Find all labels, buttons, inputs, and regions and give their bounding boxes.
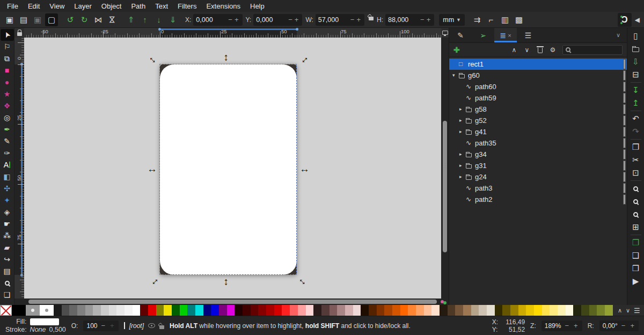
- lower-to-bottom-button[interactable]: ⇓: [166, 13, 179, 26]
- highlight-color-strip[interactable]: [623, 127, 626, 137]
- connector-tool[interactable]: ↪: [1, 253, 14, 265]
- star-tool[interactable]: ★: [1, 88, 14, 100]
- highlight-color-strip[interactable]: [623, 161, 626, 171]
- add-layer-button[interactable]: ✚: [453, 46, 460, 54]
- palette-swatch-46[interactable]: [416, 305, 424, 316]
- palette-swatch-41[interactable]: [377, 305, 385, 316]
- highlight-color-strip[interactable]: [623, 138, 626, 148]
- menu-extensions[interactable]: Extensions: [201, 1, 245, 11]
- palette-swatch-63[interactable]: [550, 305, 558, 316]
- y-minus[interactable]: −: [287, 16, 294, 23]
- object-row-rect1[interactable]: □rect1: [449, 59, 627, 70]
- rotation-minus[interactable]: −: [620, 322, 627, 329]
- palette-swatch-26[interactable]: [258, 305, 266, 316]
- palette-swatch-65[interactable]: [566, 305, 574, 316]
- zoom-plus[interactable]: +: [573, 322, 579, 329]
- pen-tool[interactable]: ✒: [1, 123, 14, 135]
- palette-swatch-34[interactable]: [321, 305, 330, 316]
- palette-swatch-55[interactable]: [487, 305, 495, 316]
- rotation-spinbox[interactable]: 0,00° − +: [599, 321, 639, 331]
- move-up-button[interactable]: ∧: [508, 46, 521, 54]
- highlight-color-strip[interactable]: [623, 149, 626, 159]
- zoom-spinbox[interactable]: 189% − +: [541, 321, 582, 331]
- eraser-tool[interactable]: ▰: [1, 242, 14, 253]
- move-patterns-with-object-button[interactable]: ▩: [513, 13, 525, 26]
- create-clone-button[interactable]: ❑: [629, 249, 643, 262]
- tab-transform[interactable]: ➢: [472, 28, 494, 42]
- palette-swatch-66[interactable]: [573, 305, 581, 316]
- expand-icon[interactable]: ▸: [459, 129, 462, 134]
- palette-swatch-69[interactable]: [597, 305, 605, 316]
- highlight-color-strip[interactable]: [623, 115, 626, 126]
- palette-swatch-22[interactable]: [227, 305, 235, 316]
- palette-swatch-62[interactable]: [542, 305, 550, 316]
- w-input[interactable]: 57,000−+: [316, 14, 364, 26]
- palette-swatch-68[interactable]: [589, 305, 597, 316]
- highlight-color-strip[interactable]: [623, 59, 626, 69]
- fill-swatch[interactable]: [30, 318, 59, 325]
- gradient-tool[interactable]: ◧: [1, 171, 14, 183]
- w-minus[interactable]: −: [349, 16, 356, 23]
- palette-swatch-48[interactable]: [431, 305, 440, 316]
- x-plus[interactable]: +: [233, 16, 240, 23]
- y-input[interactable]: 0,000−+: [253, 14, 302, 26]
- palette-swatch-35[interactable]: [330, 305, 338, 316]
- menu-file[interactable]: File: [2, 1, 23, 11]
- zoom-tool[interactable]: [1, 277, 14, 289]
- x-minus[interactable]: −: [227, 16, 233, 23]
- print-button[interactable]: ⊟: [629, 68, 643, 81]
- rotate-cw-button[interactable]: ↻: [78, 13, 91, 26]
- h-plus[interactable]: +: [426, 16, 432, 23]
- move-down-button[interactable]: ∨: [521, 46, 533, 54]
- zoom-minus[interactable]: −: [564, 322, 570, 329]
- panel-resize-grip[interactable]: ⋮: [442, 162, 448, 169]
- palette-scroll-up[interactable]: ∧: [618, 307, 622, 314]
- panel-menu-chevron[interactable]: ∨: [610, 32, 627, 39]
- palette-swatch-37[interactable]: [345, 305, 353, 316]
- object-row-path3[interactable]: ∿path3: [449, 183, 627, 194]
- object-row-g52[interactable]: ▸g52: [449, 115, 627, 126]
- swatch-black[interactable]: [12, 305, 26, 316]
- rotate-ccw-button[interactable]: ↺: [64, 13, 77, 26]
- palette-swatch-7[interactable]: [109, 305, 117, 316]
- node-tool[interactable]: ⚐: [1, 41, 14, 53]
- palette-swatch-53[interactable]: [471, 305, 479, 316]
- copy-button[interactable]: ❐: [629, 141, 643, 154]
- palette-swatch-52[interactable]: [463, 305, 471, 316]
- palette-swatch-32[interactable]: [306, 305, 314, 316]
- snapbar-collapse-button[interactable]: ◀: [635, 16, 641, 24]
- stretch-handle-w[interactable]: ↔: [147, 164, 157, 174]
- object-row-path2[interactable]: ∿path2: [449, 194, 627, 205]
- toolbar-overflow-button[interactable]: ▶: [629, 275, 643, 288]
- scale-handle-sw[interactable]: ↔: [147, 273, 161, 288]
- highlight-color-strip[interactable]: [623, 82, 626, 92]
- palette-swatch-16[interactable]: [180, 305, 188, 316]
- palette-swatch-6[interactable]: [101, 305, 109, 316]
- palette-swatch-14[interactable]: [164, 305, 172, 316]
- palette-swatch-17[interactable]: [187, 305, 195, 316]
- palette-swatch-2[interactable]: [69, 305, 77, 316]
- scale-corners-with-object-button[interactable]: ⌐: [485, 13, 497, 26]
- palette-swatch-45[interactable]: [408, 305, 416, 316]
- palette-swatch-49[interactable]: [440, 305, 448, 316]
- palette-swatch-4[interactable]: [85, 305, 93, 316]
- pencil-tool[interactable]: ✎: [1, 135, 14, 147]
- selection-box-button[interactable]: ▢: [45, 13, 58, 26]
- palette-swatch-21[interactable]: [219, 305, 227, 316]
- object-row-g60[interactable]: ▾g60: [449, 70, 627, 81]
- cut-button[interactable]: ✂: [629, 154, 643, 166]
- palette-swatch-36[interactable]: [337, 305, 345, 316]
- spray-tool[interactable]: ⁂: [1, 230, 14, 242]
- palette-swatch-40[interactable]: [369, 305, 377, 316]
- palette-swatch-33[interactable]: [313, 305, 321, 316]
- text-tool[interactable]: A: [1, 159, 14, 171]
- palette-swatch-58[interactable]: [510, 305, 518, 316]
- palette-swatch-60[interactable]: [526, 305, 534, 316]
- zoom-center-page-button[interactable]: ⊞: [629, 221, 643, 234]
- scale-handle-se[interactable]: ↔: [296, 273, 311, 288]
- palette-swatch-5[interactable]: [93, 305, 101, 316]
- rectangle-tool[interactable]: ■: [1, 64, 14, 76]
- menu-object[interactable]: Object: [97, 1, 127, 11]
- palette-swatch-24[interactable]: [243, 305, 251, 316]
- measure-tool[interactable]: ▤: [1, 265, 14, 277]
